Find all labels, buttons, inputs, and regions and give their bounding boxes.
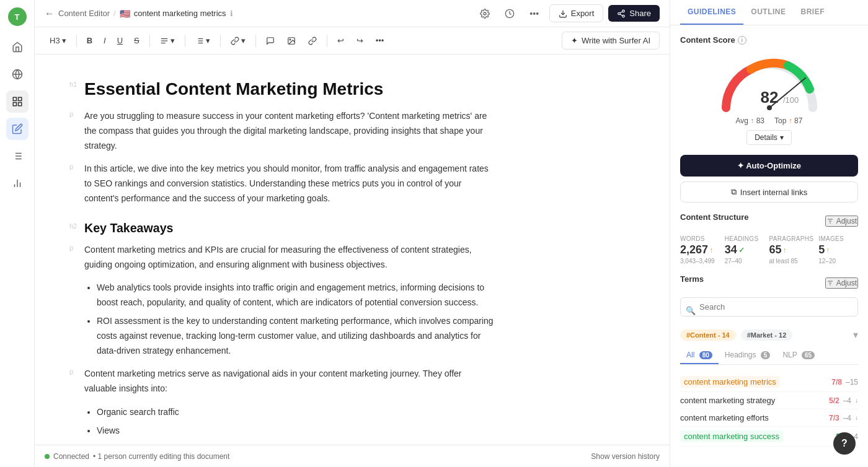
structure-adjust-button[interactable]: Adjust [825,216,858,227]
right-panel: GUIDELINES OUTLINE BRIEF Content Score i [670,0,868,467]
tab-headings[interactable]: Headings 5 [719,347,777,364]
tab-brief[interactable]: BRIEF [794,0,833,25]
doc-h2-1[interactable]: Key Takeaways [84,221,494,235]
paragraphs-value: 65 ↑ [769,243,814,256]
words-value: 2,267 ↑ [680,243,720,256]
para4-block: p Content marketing metrics serve as nav… [84,367,494,396]
comment-button[interactable] [261,32,280,50]
tab-guidelines[interactable]: GUIDELINES [680,0,743,25]
heading-chevron: ▾ [62,36,66,45]
export-button[interactable]: Export [549,4,604,22]
editor-para2[interactable]: In this article, we dive into the key me… [84,162,494,206]
para2-block: p In this article, we dive into the key … [84,162,494,206]
bullet-item-1: Web analytics tools provide insights int… [97,281,494,310]
doc-h1[interactable]: Essential Content Marketing Metrics [84,79,494,99]
images-value: 5 ↑ [818,243,858,256]
term-name-2: content marketing strategy [680,396,775,405]
share-label: Share [629,9,651,18]
write-ai-button[interactable]: ✦ Write with Surfer AI [562,32,660,50]
insert-links-button[interactable]: ⧉ Insert internal links [680,181,858,203]
tag-content[interactable]: #Content - 14 [680,330,736,341]
term-row-1[interactable]: content marketing metrics 7/8 –15 [680,372,858,392]
term-meta-3: 7/3 –4 ↓ [829,414,858,422]
version-history-link[interactable]: Show version history [591,452,660,461]
editor-para1[interactable]: Are you struggling to measure success in… [84,109,494,153]
share-button[interactable]: Share [608,5,660,22]
italic-button[interactable]: I [99,32,111,50]
svg-rect-3 [18,97,21,100]
images-stat: IMAGES 5 ↑ 12–20 [818,235,858,264]
breadcrumb: ← Content Editor / 🇺🇸 content marketing … [45,8,470,19]
heading-group: H3 ▾ [45,32,71,50]
back-button[interactable]: ← [45,8,55,19]
paragraphs-label: PARAGRAPHS [769,235,814,242]
content-structure-grid: WORDS 2,267 ↑ 3,043–3,499 HEADINGS 34 ✓ … [680,235,858,264]
tag-market[interactable]: #Market - 12 [741,330,793,341]
paragraphs-arrow: ↑ [783,246,787,255]
sidebar-icon-editor[interactable] [6,118,29,140]
term-row-3[interactable]: content marketing efforts 7/3 –4 ↓ [680,409,858,427]
headings-label: HEADINGS [725,235,764,242]
bold-button[interactable]: B [82,32,97,50]
tab-nlp[interactable]: NLP 65 [776,347,821,364]
heading-picker[interactable]: H3 ▾ [45,32,71,50]
term-arrow-3: ↓ [855,414,858,421]
more-options-button[interactable]: ••• [371,32,389,50]
svg-point-33 [290,39,291,40]
words-stat: WORDS 2,267 ↑ 3,043–3,499 [680,235,720,264]
sidebar-icon-chart[interactable] [6,172,29,194]
write-ai-label: Write with Surfer AI [582,36,650,45]
term-range-1: –15 [846,378,858,386]
content-structure-section: Content Structure Adjust WORDS 2,267 ↑ 3… [680,212,858,264]
align-picker[interactable]: ▾ [155,32,180,50]
clock-button[interactable] [500,4,520,24]
tab-all[interactable]: All 80 [680,347,719,364]
terms-search-input[interactable] [680,297,858,316]
help-button[interactable]: ? [833,432,856,455]
link-picker[interactable]: ▾ [226,32,250,50]
term-range-2: –4 [843,396,851,405]
connected-indicator [45,454,50,459]
editor-area[interactable]: h1 Essential Content Marketing Metrics p… [35,55,543,445]
terms-title: Terms [680,274,704,284]
right-panel-tabs: GUIDELINES OUTLINE BRIEF [670,0,868,25]
term-meta-1: 7/8 –15 [831,378,858,386]
underline-button[interactable]: U [112,32,128,50]
editor-para4[interactable]: Content marketing metrics serve as navig… [84,367,494,396]
term-row-4[interactable]: content marketing success 2/2 –4 [680,427,858,447]
headings-stat: HEADINGS 34 ✓ 27–40 [725,235,764,264]
more-button[interactable]: ••• [525,4,544,24]
details-button[interactable]: Details ▾ [746,130,792,145]
para3-block: p Content marketing metrics and KPIs are… [84,243,494,273]
auto-optimize-button[interactable]: ✦ Auto-Optimize [680,155,858,177]
undo-button[interactable]: ↩ [332,32,349,50]
terms-adjust-button[interactable]: Adjust [825,277,858,289]
svg-rect-4 [13,103,16,106]
insert-links-label: Insert internal links [740,188,807,197]
top-bar-actions: ••• Export Share [475,4,660,24]
user-avatar: T [8,7,27,26]
url-button[interactable] [303,32,322,50]
tab-outline[interactable]: OUTLINE [743,0,793,25]
sidebar-icon-list[interactable] [6,145,29,167]
term-row-2[interactable]: content marketing strategy 5/2 –4 ↓ [680,392,858,409]
main-area: ← Content Editor / 🇺🇸 content marketing … [35,0,670,467]
info-icon[interactable]: ℹ [230,9,233,18]
settings-button[interactable] [475,4,495,24]
top-bar: ← Content Editor / 🇺🇸 content marketing … [35,0,670,27]
strike-button[interactable]: S [129,32,144,50]
editor-para3[interactable]: Content marketing metrics and KPIs are c… [84,243,494,273]
expand-tags[interactable]: ▾ [853,329,858,341]
list-picker[interactable]: ▾ [190,32,215,50]
image-button[interactable] [282,32,301,50]
sidebar-icon-grid[interactable] [6,90,29,113]
svg-rect-5 [18,103,21,106]
term-name-4: content marketing success [680,430,783,442]
content-score-info[interactable]: i [738,36,746,45]
redo-button[interactable]: ↪ [352,32,368,50]
sidebar-icon-globe[interactable] [6,63,29,85]
terms-section: Terms Adjust 🔍 #Content - 14 #Market - 1… [680,274,858,447]
svg-line-22 [620,11,622,12]
sidebar-icon-home[interactable] [6,36,29,58]
content-score-section: Content Score i 82 [680,35,858,145]
